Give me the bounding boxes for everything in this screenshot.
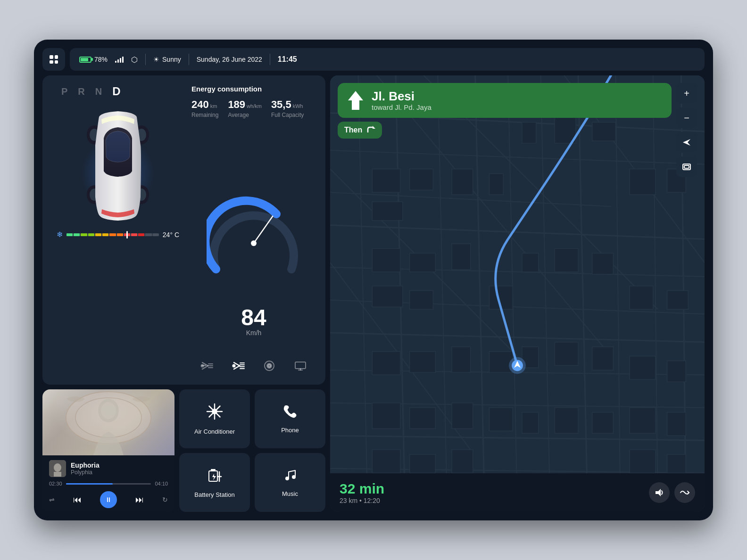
temp-icon: ❄ bbox=[57, 230, 63, 239]
progress-bar[interactable] bbox=[66, 483, 151, 485]
layers-button[interactable] bbox=[676, 156, 697, 177]
svg-rect-111 bbox=[452, 403, 473, 429]
progress-fill bbox=[66, 483, 113, 485]
previous-button[interactable]: ⏮ bbox=[73, 495, 82, 505]
music-panel: Euphoria Polyphia 02:30 04:10 bbox=[42, 389, 174, 512]
svg-rect-101 bbox=[630, 286, 653, 310]
bluetooth-icon: ⬡ bbox=[131, 55, 138, 64]
svg-point-17 bbox=[232, 364, 236, 368]
speed-value: 84 bbox=[241, 306, 266, 329]
svg-rect-103 bbox=[630, 356, 656, 379]
vehicle-panel: P R N D bbox=[42, 75, 325, 385]
shuffle-button[interactable]: ⇌ bbox=[49, 496, 55, 503]
gear-r[interactable]: R bbox=[78, 86, 85, 97]
svg-rect-122 bbox=[667, 454, 686, 473]
music-info: Euphoria Polyphia 02:30 04:10 bbox=[42, 455, 174, 512]
phone-label: Phone bbox=[281, 427, 299, 434]
low-beam-icon[interactable] bbox=[198, 356, 216, 375]
svg-rect-97 bbox=[555, 248, 578, 272]
location-button[interactable] bbox=[676, 132, 697, 153]
music-button[interactable]: Music bbox=[255, 453, 325, 512]
svg-rect-107 bbox=[555, 342, 578, 366]
svg-rect-27 bbox=[295, 362, 306, 369]
svg-rect-121 bbox=[630, 450, 656, 473]
bottom-left: Euphoria Polyphia 02:30 04:10 bbox=[42, 389, 325, 512]
gear-d[interactable]: D bbox=[112, 85, 121, 98]
music-label: Music bbox=[282, 490, 298, 497]
svg-rect-90 bbox=[410, 352, 436, 373]
track-artist: Polyphia bbox=[71, 469, 168, 476]
car-container bbox=[71, 103, 165, 225]
svg-point-13 bbox=[201, 364, 204, 368]
svg-rect-112 bbox=[489, 408, 513, 431]
gear-n[interactable]: N bbox=[95, 86, 103, 97]
svg-rect-85 bbox=[410, 253, 436, 272]
gear-p[interactable]: P bbox=[61, 86, 68, 97]
svg-rect-86 bbox=[452, 244, 471, 270]
street-toward: toward Jl. Pd. Jaya bbox=[372, 103, 663, 111]
grid-icon bbox=[50, 55, 58, 64]
track-thumb bbox=[49, 460, 66, 477]
energy-title: Energy consumption bbox=[191, 85, 316, 93]
temperature-value: 24° C bbox=[163, 231, 179, 239]
svg-rect-88 bbox=[410, 291, 433, 310]
zoom-in-button[interactable]: + bbox=[676, 83, 697, 104]
svg-rect-117 bbox=[667, 412, 686, 436]
svg-point-51 bbox=[292, 475, 296, 479]
zoom-out-button[interactable]: − bbox=[676, 107, 697, 128]
battery-station-label: Battery Station bbox=[194, 491, 234, 498]
next-button[interactable]: ⏭ bbox=[135, 495, 144, 505]
air-conditioner-button[interactable]: Air Conditioner bbox=[179, 389, 250, 448]
svg-point-25 bbox=[266, 363, 272, 369]
battery-percent: 78% bbox=[94, 56, 108, 63]
svg-rect-87 bbox=[372, 286, 403, 307]
svg-line-45 bbox=[209, 413, 213, 417]
battery-station-button[interactable]: Battery Station bbox=[179, 453, 250, 512]
temp-bar[interactable] bbox=[66, 233, 159, 236]
svg-rect-83 bbox=[489, 173, 503, 195]
svg-rect-92 bbox=[489, 352, 513, 373]
svg-rect-36 bbox=[54, 472, 61, 477]
battery-indicator: 78% bbox=[79, 56, 108, 63]
top-bar: 78% ⬡ ☀ Sunny Sunday, 26 June 2022 11:45 bbox=[42, 48, 705, 71]
speed-unit: Km/h bbox=[241, 329, 266, 337]
album-art bbox=[42, 389, 174, 455]
battery-icon bbox=[79, 57, 91, 63]
svg-line-43 bbox=[217, 413, 220, 417]
speed-display: 84 Km/h bbox=[241, 306, 266, 337]
average-value: 189 bbox=[228, 99, 245, 111]
svg-rect-102 bbox=[667, 291, 689, 310]
stat-capacity: 35,5 kWh Full Capacity bbox=[271, 99, 304, 118]
svg-rect-104 bbox=[667, 361, 686, 382]
menu-button[interactable] bbox=[42, 48, 65, 71]
eta-details: 23 km • 12:20 bbox=[340, 497, 384, 504]
svg-rect-113 bbox=[522, 412, 539, 434]
svg-rect-96 bbox=[522, 253, 539, 272]
weather-section: ☀ Sunny bbox=[153, 56, 181, 63]
then-card: Then bbox=[338, 122, 382, 139]
map-controls: + − bbox=[676, 83, 697, 177]
sound-button[interactable] bbox=[649, 482, 670, 503]
svg-rect-114 bbox=[555, 408, 578, 434]
phone-icon bbox=[283, 404, 297, 422]
svg-point-50 bbox=[285, 477, 289, 480]
hazard-icon[interactable] bbox=[260, 356, 279, 375]
eta-info: 32 min 23 km • 12:20 bbox=[340, 481, 384, 504]
high-beam-icon[interactable] bbox=[229, 356, 248, 375]
svg-rect-89 bbox=[372, 352, 400, 375]
time-text: 11:45 bbox=[278, 55, 297, 64]
svg-rect-91 bbox=[452, 347, 471, 373]
phone-button[interactable]: Phone bbox=[255, 389, 325, 448]
repeat-button[interactable]: ↻ bbox=[162, 496, 168, 503]
svg-marker-128 bbox=[373, 126, 375, 129]
speedometer: 84 Km/h bbox=[191, 126, 316, 351]
eta-time: 32 min bbox=[340, 481, 384, 497]
svg-point-9 bbox=[251, 240, 257, 246]
stat-remaining: 240 km Remaining bbox=[191, 99, 218, 118]
route-options-button[interactable] bbox=[674, 482, 695, 503]
play-pause-button[interactable]: ⏸ bbox=[100, 491, 117, 508]
street-name: Jl. Besi bbox=[372, 90, 663, 103]
screen-icon[interactable] bbox=[291, 356, 310, 375]
track-row: Euphoria Polyphia bbox=[49, 460, 168, 477]
air-conditioner-icon bbox=[206, 403, 223, 423]
